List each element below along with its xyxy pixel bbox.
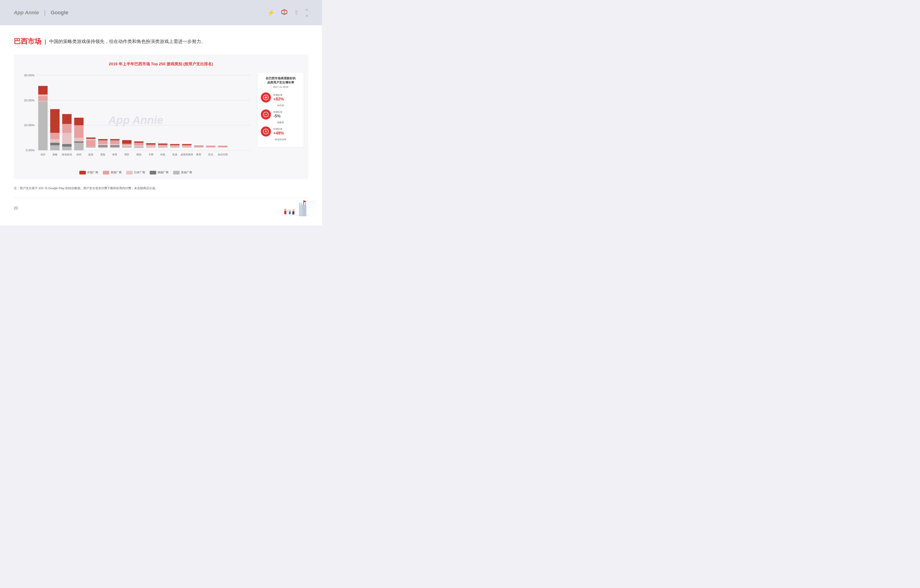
legend-other: 其他厂商 (173, 171, 192, 174)
svg-text:休闲: 休闲 (76, 153, 81, 156)
svg-text:模拟: 模拟 (136, 153, 142, 156)
stat-icon-strategy (261, 110, 271, 120)
chart-container: 2019 年上半年巴西市场 Top 250 游戏类别 (按用户支出排名) App… (14, 55, 308, 179)
google-logo: Google (50, 10, 68, 16)
svg-rect-47 (110, 145, 120, 147)
svg-rect-23 (62, 147, 71, 150)
svg-rect-67 (158, 147, 167, 148)
svg-rect-36 (86, 140, 96, 146)
cube-icon[interactable] (281, 9, 287, 17)
legend-japan: 日本厂商 (126, 171, 145, 174)
svg-rect-48 (110, 144, 120, 145)
stat-rate-value-strategy: -5% (273, 114, 282, 119)
page-number: 20 (14, 206, 18, 210)
title-separator: | (45, 39, 46, 45)
svg-point-112 (284, 209, 286, 211)
stats-subtitle: 2017 vs 2018 (261, 86, 300, 88)
stat-item-strategy: 年增长率 -5% (261, 110, 300, 120)
bar-group-tiyu: 体育 (110, 139, 120, 156)
svg-rect-109 (305, 201, 306, 205)
legend-box-other (173, 171, 180, 174)
double-arrow-down-icon[interactable]: «» (305, 6, 308, 19)
svg-rect-89 (206, 146, 215, 147)
svg-rect-104 (299, 202, 300, 206)
svg-rect-84 (194, 146, 204, 147)
bar-group-kapai: 卡牌 (146, 143, 155, 156)
svg-rect-94 (218, 146, 227, 147)
svg-text:角色扮演: 角色扮演 (62, 153, 72, 156)
page-title-section: 巴西市场 | 中国的策略类游戏保持领先，但在动作类和角色扮演类游戏上需进一步努力… (14, 37, 308, 46)
svg-rect-74 (170, 145, 180, 146)
svg-rect-29 (74, 143, 84, 150)
bar-group-moni: 模拟 (134, 141, 144, 156)
stat-item-action: 年增长率 +82% (261, 92, 300, 103)
svg-text:0.00%: 0.00% (26, 149, 35, 152)
svg-rect-58 (134, 145, 144, 147)
svg-rect-25 (62, 133, 71, 144)
bar-group-jingsu: 竞速 (170, 144, 180, 156)
bar-group-jieji: 街机 (158, 144, 167, 156)
svg-rect-46 (110, 147, 120, 148)
svg-rect-35 (86, 146, 96, 148)
legend-box-japan (126, 171, 133, 174)
svg-rect-113 (284, 211, 286, 214)
arrow-up-icon[interactable]: ⇧ (294, 9, 299, 16)
stat-rate-value-action: +82% (273, 97, 284, 102)
svg-rect-107 (303, 205, 306, 216)
stat-rate-label-rpg: 年增长率 (273, 128, 284, 131)
title-description: 中国的策略类游戏保持领先，但在动作类和角色扮演类游戏上需进一步努力。 (49, 39, 206, 45)
svg-rect-73 (170, 146, 180, 147)
stat-icon-rpg (261, 126, 271, 137)
svg-rect-50 (110, 139, 120, 141)
svg-rect-14 (38, 94, 48, 96)
svg-rect-52 (122, 146, 131, 148)
svg-rect-105 (301, 202, 302, 206)
stat-info-action: 年增长率 +82% (273, 94, 284, 102)
svg-text:桌面和棋类: 桌面和棋类 (181, 153, 193, 156)
svg-rect-17 (50, 145, 60, 150)
svg-rect-63 (146, 146, 155, 147)
svg-rect-62 (146, 147, 155, 148)
bar-group-jiaoyu: 教育 (194, 145, 204, 156)
svg-rect-15 (38, 86, 48, 94)
svg-rect-42 (98, 144, 108, 145)
flash-icon[interactable]: ⚡ (267, 9, 275, 16)
legend-label-china: 中国厂商 (87, 171, 98, 174)
legend-china: 中国厂商 (79, 171, 98, 174)
svg-point-115 (289, 210, 291, 212)
svg-rect-65 (146, 143, 155, 145)
chart-legend: 中国厂商 美国厂商 日本厂商 韩国厂商 (18, 171, 253, 174)
stat-item-rpg: 年增长率 +48% (261, 126, 300, 137)
chart-left: App Annie 30.00% 20.00% 10.00% 0.00% (18, 73, 253, 174)
svg-rect-24 (62, 144, 71, 147)
svg-rect-69 (158, 145, 167, 146)
svg-rect-43 (98, 141, 108, 144)
svg-rect-79 (182, 145, 191, 146)
header: App Annie | Google ⚡ ⇧ «» (0, 0, 322, 25)
svg-rect-87 (206, 147, 215, 148)
svg-point-102 (266, 130, 266, 131)
bar-group-maoxian: 冒险 (98, 139, 108, 156)
svg-text:10.00%: 10.00% (24, 123, 34, 127)
svg-rect-103 (299, 205, 303, 216)
svg-rect-41 (98, 145, 108, 147)
svg-rect-80 (182, 144, 191, 145)
stat-category-rpg: 角色扮演类 (261, 138, 300, 141)
legend-korea: 韩国厂商 (150, 171, 168, 174)
svg-rect-27 (62, 114, 71, 124)
bar-chart-svg: 30.00% 20.00% 10.00% 0.00% (18, 73, 253, 166)
stat-rate-value-rpg: +48% (273, 131, 284, 136)
svg-text:冒险: 冒险 (100, 153, 105, 156)
svg-rect-31 (74, 138, 84, 141)
bar-group-dongzuo: 动作 (38, 86, 48, 156)
svg-rect-44 (98, 139, 108, 141)
svg-point-117 (292, 209, 295, 211)
page-footer: 20 (14, 198, 308, 216)
bar-group-zhishi: 知识问答 (218, 146, 228, 156)
chart-body: App Annie 30.00% 20.00% 10.00% 0.00% (18, 73, 304, 174)
svg-text:知识问答: 知识问答 (218, 153, 228, 156)
svg-rect-78 (182, 146, 191, 147)
svg-rect-13 (38, 96, 48, 101)
legend-box-korea (150, 171, 156, 174)
header-icons: ⚡ ⇧ «» (267, 6, 308, 19)
